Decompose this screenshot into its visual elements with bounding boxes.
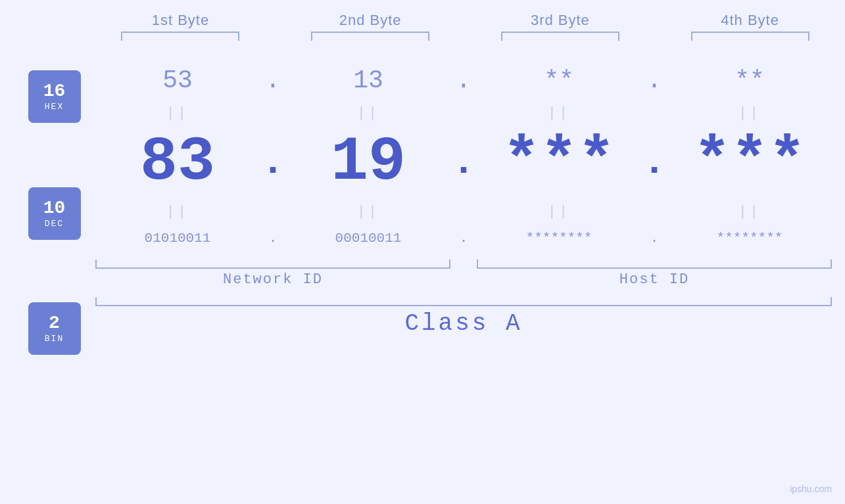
- dec-row: 83 . 19 . *** . ***: [95, 123, 832, 202]
- dec-badge: 10 DEC: [28, 187, 81, 240]
- byte2-header: 2nd Byte: [289, 12, 452, 29]
- hex-dot3: .: [641, 66, 667, 95]
- class-bracket-row: [95, 297, 832, 306]
- main-container: 1st Byte 2nd Byte 3rd Byte 4th Byte 16: [0, 0, 845, 504]
- dec-b3: ***: [477, 131, 641, 194]
- bracket-top-1: [121, 32, 239, 41]
- eq2-b3: ||: [477, 204, 641, 220]
- hex-row: 53 . 13 . ** . **: [95, 57, 832, 103]
- bin-b2: 00010011: [286, 231, 450, 246]
- eq2-b4: ||: [667, 204, 832, 220]
- byte4-header: 4th Byte: [668, 12, 832, 29]
- hex-badge: 16 HEX: [28, 70, 81, 123]
- bin-b1: 01010011: [95, 231, 260, 246]
- host-id-label: Host ID: [477, 271, 832, 288]
- bin-b4: ********: [667, 231, 832, 246]
- dec-dot2: .: [450, 140, 477, 185]
- dec-b1: 83: [95, 131, 260, 194]
- bin-dot1: .: [260, 231, 286, 246]
- badges-column: 16 HEX 10 DEC 2 BIN: [13, 44, 95, 504]
- eq1-b1: ||: [95, 105, 260, 122]
- host-bracket: [477, 260, 832, 269]
- network-id-label: Network ID: [95, 271, 450, 288]
- byte3-header: 3rd Byte: [478, 12, 642, 29]
- eq1-b2: ||: [286, 105, 450, 122]
- eq1-b4: ||: [667, 105, 832, 122]
- bin-row: 01010011 . 00010011 . ******** . *******…: [95, 221, 832, 254]
- equals-row-2: || || || ||: [95, 202, 832, 221]
- eq2-b2: ||: [286, 204, 450, 220]
- hex-b1: 53: [95, 66, 260, 95]
- hex-b3: **: [477, 66, 641, 95]
- dec-b4: ***: [667, 131, 832, 194]
- hex-dot1: .: [260, 66, 286, 95]
- hex-b2: 13: [286, 66, 450, 95]
- data-area: 53 . 13 . ** . ** || || || || 83: [95, 44, 832, 504]
- id-labels-row: Network ID Host ID: [95, 271, 832, 288]
- network-bracket: [95, 260, 450, 269]
- bracket-top-2: [311, 32, 429, 41]
- dec-b2: 19: [286, 131, 450, 194]
- bin-dot3: .: [641, 231, 667, 246]
- eq2-b1: ||: [95, 204, 260, 220]
- dec-dot1: .: [260, 140, 286, 185]
- bin-badge: 2 BIN: [28, 302, 81, 355]
- bracket-top-3: [501, 32, 619, 41]
- bottom-brackets: [95, 260, 832, 269]
- class-bracket: [95, 297, 832, 306]
- bracket-top-4: [691, 32, 809, 41]
- equals-row-1: || || || ||: [95, 103, 832, 123]
- watermark: ipshu.com: [790, 484, 832, 494]
- class-label: Class A: [95, 310, 832, 337]
- eq1-b3: ||: [477, 105, 641, 122]
- dec-dot3: .: [641, 140, 667, 185]
- hex-b4: **: [667, 66, 832, 95]
- byte1-header: 1st Byte: [99, 12, 262, 29]
- hex-dot2: .: [450, 66, 477, 95]
- bin-dot2: .: [450, 231, 477, 246]
- bin-b3: ********: [477, 231, 641, 246]
